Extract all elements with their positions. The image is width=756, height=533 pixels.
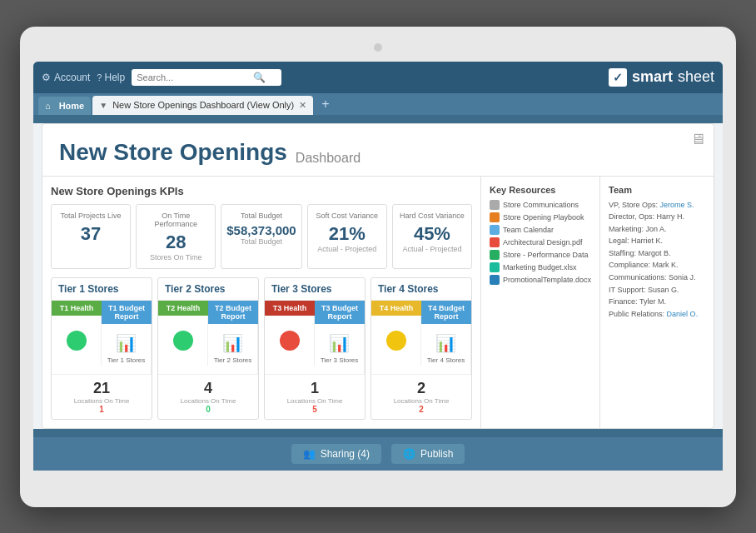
- tier-count-cell-3: 1 Locations On Time 5: [265, 375, 365, 419]
- tier-title-3: Tier 3 Stores: [265, 278, 365, 301]
- status-circle-4: [386, 331, 406, 351]
- kpi-card-budget: Total Budget $58,373,000 Total Budget: [221, 204, 301, 269]
- tier-budget-header-1: T1 Budget Report: [102, 301, 152, 324]
- team-name-link[interactable]: Jerome S.: [659, 201, 694, 209]
- tier-count-cell-4: 2 Locations On Time 2: [371, 375, 471, 419]
- sharing-button[interactable]: Sharing (4): [291, 444, 381, 464]
- logo: ✓ smartsheet: [609, 68, 714, 87]
- kpi-cards: Total Projects Live 37 On Time Performan…: [51, 204, 472, 269]
- tab-add-button[interactable]: +: [315, 93, 336, 115]
- kpi-card-total-projects: Total Projects Live 37: [51, 204, 131, 269]
- resource-name[interactable]: Marketing Budget.xlsx: [503, 263, 577, 271]
- team-role: Marketing:: [609, 225, 646, 233]
- dashboard-subtitle: Dashboard: [296, 151, 361, 166]
- team-member: Communications: Sonia J.: [609, 272, 705, 283]
- status-circle-2: [173, 331, 193, 351]
- resources-title: Key Resources: [490, 185, 591, 195]
- tab-home[interactable]: Home: [38, 97, 91, 115]
- count-num-3: 1: [268, 380, 361, 397]
- team-member: Public Relations: Daniel O.: [609, 309, 705, 320]
- resource-item: Marketing Budget.xlsx: [490, 262, 591, 272]
- resource-icon: [490, 212, 500, 222]
- team-name: Margot B.: [638, 249, 670, 257]
- tier-block-4: Tier 4 Stores T4 Health T4 Budget Report…: [371, 277, 472, 420]
- resource-icon: [490, 262, 500, 272]
- resource-item: Team Calendar: [490, 225, 591, 235]
- logo-text-sheet: sheet: [678, 68, 714, 86]
- tier-budget-body-2: 📊 Tier 2 Stores: [208, 324, 258, 374]
- team-role: Compliance:: [609, 261, 653, 269]
- tier-budget-body-1: 📊 Tier 1 Stores: [102, 324, 152, 374]
- dashboard-body: New Store Openings KPIs Total Projects L…: [42, 177, 714, 428]
- help-button[interactable]: Help: [97, 72, 125, 83]
- team-role: Finance:: [609, 297, 639, 306]
- resource-name[interactable]: Team Calendar: [503, 226, 554, 234]
- tab-close-icon[interactable]: ✕: [299, 100, 306, 111]
- publish-button[interactable]: Publish: [391, 444, 465, 464]
- team-role: Communications:: [609, 273, 669, 281]
- dashboard-main: New Store Openings KPIs Total Projects L…: [42, 177, 480, 428]
- resource-name[interactable]: Store Communications: [503, 201, 579, 209]
- kpi-label-3: Soft Cost Variance: [313, 212, 381, 220]
- tier-budget-icon-3: 📊: [329, 333, 350, 353]
- count-label-1: Locations On Time: [55, 397, 148, 405]
- toolbar-left: Account Help 🔍: [42, 69, 599, 86]
- team-member: Legal: Harriet K.: [609, 236, 705, 247]
- dashboard-header: New Store Openings Dashboard: [42, 124, 714, 177]
- resource-icon: [490, 275, 500, 285]
- team-name-link[interactable]: Daniel O.: [667, 310, 699, 318]
- tier-health-1: T1 Health: [52, 301, 102, 374]
- tier-health-body-1: [52, 316, 102, 366]
- resource-name[interactable]: Architectural Design.pdf: [503, 238, 583, 247]
- account-button[interactable]: Account: [42, 72, 90, 83]
- resource-name[interactable]: Store Opening Playbook: [503, 213, 584, 222]
- tier-count-row-4: 2 Locations On Time 2: [371, 374, 471, 419]
- team-role: IT Support:: [609, 286, 648, 294]
- tier-inner-1: T1 Health T1 Budget Report 📊 Tier 1 Stor…: [52, 301, 152, 374]
- kpi-value-1: 28: [142, 232, 210, 253]
- kpi-sublabel-1: Stores On Time: [142, 253, 210, 262]
- resource-item: Store - Performance Data: [490, 250, 591, 260]
- team-role: VP, Store Ops:: [609, 201, 659, 209]
- search-input[interactable]: [137, 72, 253, 82]
- team-name: Jon A.: [646, 225, 667, 233]
- browser-toolbar: Account Help 🔍 ✓ smartsheet: [33, 62, 723, 93]
- resource-icon: [490, 200, 500, 210]
- tier-budget-body-3: 📊 Tier 3 Stores: [315, 324, 365, 374]
- publish-label: Publish: [420, 448, 453, 460]
- logo-check: ✓: [609, 68, 627, 87]
- device-bottom: [33, 471, 723, 482]
- count-badge-1: 1: [55, 405, 148, 414]
- kpi-section: New Store Openings KPIs Total Projects L…: [51, 185, 472, 269]
- team-title: Team: [609, 185, 705, 195]
- team-list: VP, Store Ops: Jerome S.Director, Ops: H…: [609, 200, 705, 320]
- tier-health-header-4: T4 Health: [371, 301, 421, 316]
- kpi-label-4: Hard Cost Variance: [398, 212, 466, 220]
- team-member: VP, Store Ops: Jerome S.: [609, 200, 705, 211]
- team-member: Staffing: Margot B.: [609, 248, 705, 259]
- kpi-sublabel-3: Actual - Projected: [313, 245, 381, 253]
- status-circle-1: [67, 331, 87, 351]
- kpi-card-hard-cost: Hard Cost Variance 45% Actual - Projecte…: [392, 204, 472, 269]
- browser-content: 🖥 New Store Openings Dashboard New Store…: [33, 123, 723, 429]
- team-name: Susan G.: [648, 286, 679, 294]
- tier-budget-1: T1 Budget Report 📊 Tier 1 Stores: [102, 301, 152, 374]
- resource-name[interactable]: PromotionalTemplate.docx: [503, 276, 591, 284]
- count-num-2: 4: [162, 380, 255, 397]
- tier-section: Tier 1 Stores T1 Health T1 Budget Report…: [51, 277, 472, 420]
- tier-health-header-1: T1 Health: [52, 301, 102, 316]
- tab-dashboard[interactable]: ▼ New Store Openings Dashboard (View Onl…: [92, 96, 313, 115]
- count-badge-3: 5: [268, 405, 361, 414]
- count-badge-4: 2: [375, 405, 468, 414]
- tier-budget-header-3: T3 Budget Report: [315, 301, 365, 324]
- tier-budget-icon-4: 📊: [435, 333, 456, 353]
- tier-health-4: T4 Health: [371, 301, 421, 374]
- tier-title-4: Tier 4 Stores: [371, 278, 471, 301]
- tab-arrow: ▼: [99, 101, 107, 110]
- team-name: Harry H.: [657, 212, 685, 221]
- dashboard-side: Key Resources Store Communications Store…: [480, 177, 714, 428]
- team-name: Harriet K.: [631, 237, 663, 245]
- team-member: Director, Ops: Harry H.: [609, 212, 705, 222]
- resource-name[interactable]: Store - Performance Data: [503, 251, 589, 259]
- resource-item: Store Opening Playbook: [490, 212, 591, 222]
